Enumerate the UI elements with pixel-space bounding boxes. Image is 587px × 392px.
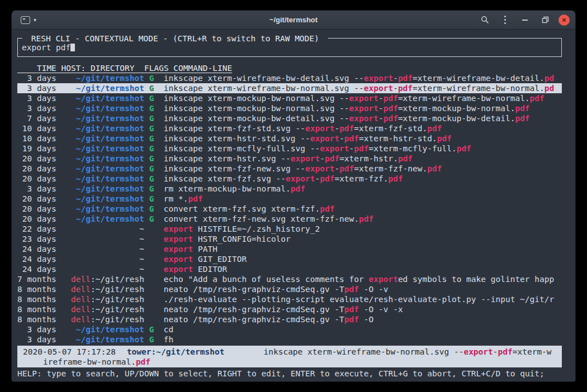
match-highlight: export (164, 224, 193, 233)
entry-flags: G (149, 214, 154, 224)
history-row[interactable]: 8 monthsdell:~/git/reshneato /tmp/resh-g… (17, 284, 562, 294)
entry-host-directory: dell:~/git/resh (61, 284, 144, 294)
entry-time: 8 months (17, 314, 56, 324)
close-icon: × (562, 16, 566, 23)
entry-time: 20 days (17, 154, 56, 164)
history-row[interactable]: 20 days~/git/termshotGconvert xterm-fzf.… (17, 204, 562, 214)
entry-directory: ~/git/termshot (76, 164, 144, 173)
history-row[interactable]: 20 days~/git/termshotGconvert xterm-fzf-… (17, 214, 562, 224)
entry-directory: ~/git/termshot (76, 335, 144, 344)
match-highlight: pdf (437, 134, 452, 143)
entry-flags (149, 234, 154, 244)
minimize-button[interactable] (518, 13, 532, 27)
titlebar[interactable]: ▾ ~/git/termshot (12, 11, 575, 30)
match-highlight: export (349, 104, 378, 113)
restore-button[interactable] (538, 13, 552, 27)
history-row[interactable]: 3 days~/git/termshotGcd (17, 324, 562, 334)
match-highlight: pd (545, 74, 554, 83)
entry-time: 3 days (17, 83, 56, 93)
history-row[interactable]: 24 days~export PATH (17, 244, 562, 254)
entry-command: inkscape xterm-fzf.svg --export-pdf=xter… (164, 174, 562, 184)
history-row[interactable]: 20 days~/git/termshotGinkscape xterm-fzf… (17, 174, 562, 184)
minimize-icon (522, 20, 528, 21)
entry-directory: ~/git/termshot (76, 124, 144, 133)
history-row[interactable]: 23 days~export HSTR_CONFIG=hicolor (17, 234, 562, 244)
entry-time: 10 days (17, 133, 56, 144)
entry-directory: ~/git/termshot (76, 84, 144, 93)
detail-command-line2: ireframe-bw-normal.pdf (43, 357, 150, 367)
search-button[interactable] (478, 13, 491, 27)
entry-host-directory: ~/git/termshot (61, 324, 144, 334)
history-row[interactable]: 20 days~/git/termshotGrm *.pdf (17, 194, 562, 204)
entry-flags (149, 274, 154, 284)
entry-command: rm xterm-mockup-bw-normal.pdf (164, 184, 562, 194)
history-row[interactable]: 3 days~/git/termshotGfh (17, 334, 562, 345)
history-row[interactable]: 3 days~/git/termshotGinkscape xterm-mock… (17, 93, 562, 103)
entry-flags (149, 264, 154, 274)
history-row[interactable]: 10 days~/git/termshotGinkscape xterm-fzf… (17, 123, 562, 133)
entry-directory: ~ (139, 245, 144, 254)
entry-host-directory: ~ (61, 234, 144, 244)
match-highlight: pdf (427, 164, 442, 173)
menu-button[interactable] (498, 13, 512, 27)
entry-command: inkscape xterm-mcfly-full.svg --export-p… (164, 144, 562, 154)
history-row[interactable]: 8 monthsdell:~/git/resh./resh-evaluate -… (17, 294, 562, 304)
entry-host-directory: ~ (61, 244, 144, 254)
match-highlight: pdf (530, 94, 545, 103)
history-row[interactable]: 3 days~/git/termshotGinkscape xterm-wire… (17, 83, 562, 93)
entry-command: inkscape xterm-hstr.svg --export-pdf=xte… (164, 154, 562, 164)
entry-host-directory: dell:~/git/resh (61, 294, 144, 304)
match-highlight: pdf (384, 94, 398, 103)
match-highlight: pdf (344, 305, 359, 314)
history-row[interactable]: 7 days~/git/termshotGinkscape xterm-mock… (17, 113, 562, 123)
entry-flags: G (149, 93, 154, 103)
entry-time: 24 days (17, 244, 56, 254)
history-row[interactable]: 19 days~/git/termshotGinkscape xterm-mcf… (17, 144, 562, 154)
detail-line-1: 2020-05-07 17:17:28 tower:~/git/termshot… (17, 347, 562, 357)
entry-host-directory: ~/git/termshot (61, 184, 144, 194)
entry-directory: ~/git/termshot (76, 144, 144, 153)
entry-directory: ~/git/termshot (76, 325, 144, 334)
search-query-text: export pdf (22, 43, 70, 52)
history-row[interactable]: 20 days~/git/termshotGinkscape xterm-fzf… (17, 164, 562, 174)
history-row[interactable]: 3 days~/git/termshotGrm xterm-mockup-bw-… (17, 184, 562, 194)
entry-flags (149, 284, 154, 294)
entry-command: inkscape xterm-fzf-new.svg --export-pdf=… (164, 164, 562, 174)
entry-flags: G (149, 204, 154, 214)
terminal-content[interactable]: RESH CLI - CONTEXTUAL MODE - (CTRL+R to … (12, 30, 575, 382)
history-row[interactable]: 22 days~export HISTFILE=~/.zsh_history_2 (17, 224, 562, 234)
match-highlight: export (164, 235, 193, 243)
history-row[interactable]: 8 monthsdell:~/git/reshneato /tmp/resh-g… (17, 314, 562, 324)
history-row[interactable]: 10 days~/git/termshotGinkscape xterm-hst… (17, 133, 562, 144)
history-row[interactable]: 3 days~/git/termshotGinkscape xterm-wire… (17, 73, 562, 83)
entry-host-directory: ~/git/termshot (61, 73, 144, 83)
entry-command: inkscape xterm-wireframe-bw-detail.svg -… (164, 73, 562, 83)
history-row[interactable]: 7 monthsdell:~/git/reshecho "Add a bunch… (17, 274, 562, 284)
history-row[interactable]: 24 days~export GIT_EDITOR (17, 254, 562, 264)
entry-time: 20 days (17, 204, 56, 214)
match-highlight: pdf (325, 154, 339, 163)
new-terminal-button[interactable]: ▾ (17, 15, 40, 26)
history-row[interactable]: 8 monthsdell:~/git/reshneato /tmp/resh-g… (17, 304, 562, 314)
entry-flags (149, 294, 154, 304)
entry-time: 24 days (17, 264, 56, 274)
entry-directory: ~/git/termshot (76, 134, 144, 143)
entry-host-directory: ~/git/termshot (61, 334, 144, 345)
history-row[interactable]: 20 days~/git/termshotGinkscape xterm-hst… (17, 154, 562, 164)
entry-flags: G (149, 324, 154, 334)
history-row[interactable]: 3 days~/git/termshotGinkscape xterm-mock… (17, 103, 562, 113)
entry-flags: G (149, 73, 154, 83)
history-row[interactable]: 24 days~export EDITOR (17, 264, 562, 274)
close-button[interactable]: × (558, 15, 570, 26)
entry-time: 3 days (17, 103, 56, 113)
detail-command-line1: inkscape xterm-wireframe-bw-normal.svg -… (263, 347, 551, 357)
entry-host: dell (71, 285, 91, 294)
match-highlight: pdf (384, 104, 398, 113)
entry-directory: ~/git/termshot (76, 104, 144, 113)
entry-directory: :~/git/resh (91, 295, 144, 304)
entry-directory: ~/git/termshot (76, 184, 144, 193)
entry-host-directory: ~/git/termshot (61, 164, 144, 174)
match-highlight: pdf (384, 114, 398, 123)
entry-command: export HSTR_CONFIG=hicolor (164, 234, 562, 244)
entry-command: inkscape xterm-hstr-std.svg --export-pdf… (164, 133, 562, 144)
